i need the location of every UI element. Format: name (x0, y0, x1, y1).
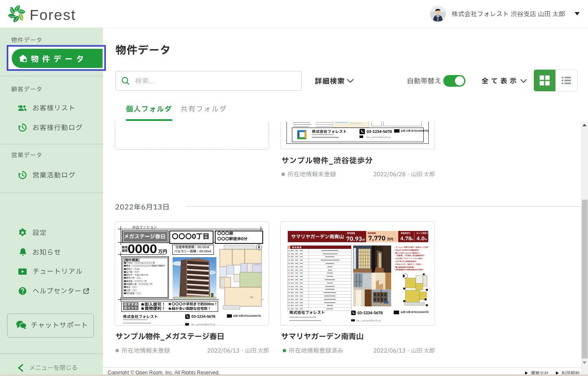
svg-text:LD: LD (250, 296, 253, 298)
